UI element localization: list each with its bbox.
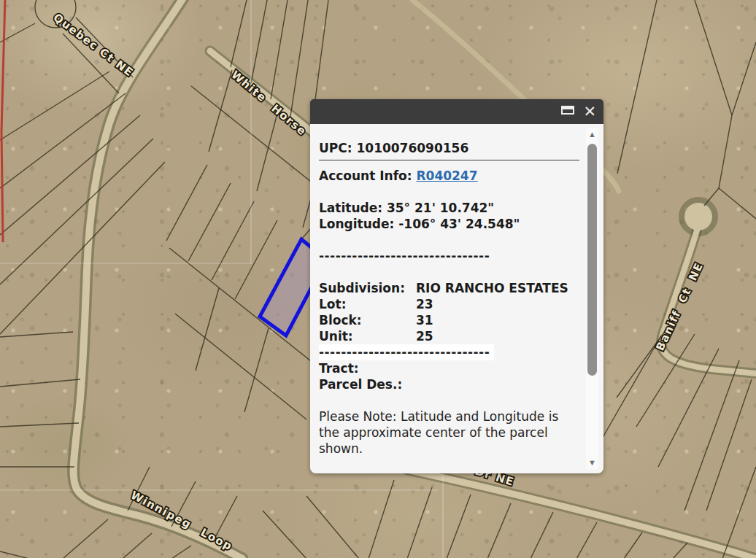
subdivision-label: Subdivision: [319, 280, 416, 296]
account-line: Account Info: R040247 [319, 168, 579, 184]
scroll-up-icon[interactable]: ▲ [586, 129, 598, 139]
lot-label: Lot: [319, 296, 416, 312]
scroll-down-icon[interactable]: ▼ [586, 457, 598, 468]
tract-label: Tract: [319, 360, 579, 376]
unit-label: Unit: [319, 328, 416, 344]
gis-parcel-viewer: Quebec Ct NE White Horse Baniff Ct NE Wi… [0, 0, 756, 558]
popup-scrollbar[interactable]: ▲ ▼ [586, 128, 598, 469]
parcel-info-popup: ✕ UPC: 1010076090156 Account Info: R0402… [310, 99, 603, 473]
longitude-line: Longitude: -106° 43' 24.548" [319, 216, 579, 232]
account-label: Account Info: [319, 168, 412, 183]
account-link[interactable]: R040247 [416, 168, 477, 183]
divider-rule [319, 160, 579, 160]
subdivision-value: RIO RANCHO ESTATES [416, 281, 568, 295]
upc-label: UPC: [319, 141, 352, 155]
parcel-des-label: Parcel Des.: [319, 376, 579, 392]
boundary-line-red [1, 0, 5, 242]
subdivision-row: Subdivision:RIO RANCHO ESTATES [319, 280, 579, 296]
separator-dashes: ------------------------------- [319, 248, 579, 264]
lot-row: Lot:23 [319, 296, 579, 312]
block-row: Block:31 [319, 312, 579, 328]
street-label-quebec: Quebec Ct NE [51, 11, 136, 80]
note-text: Please Note: Latitude and Longitude is t… [319, 408, 579, 457]
lot-value: 23 [416, 297, 433, 311]
block-value: 31 [416, 313, 433, 328]
unit-row: Unit:25 [319, 328, 579, 344]
close-icon[interactable]: ✕ [583, 101, 596, 122]
popup-body: UPC: 1010076090156 Account Info: R040247… [310, 124, 603, 473]
maximize-icon[interactable] [561, 106, 574, 115]
block-label: Block: [319, 312, 416, 328]
separator-dashes-highlighted: ------------------------------- [319, 344, 579, 360]
upc-value: 1010076090156 [356, 141, 468, 155]
unit-value: 25 [416, 329, 433, 344]
scrollbar-thumb[interactable] [587, 144, 597, 376]
latitude-line: Latitude: 35° 21' 10.742" [319, 200, 579, 216]
street-label-white-horse: White Horse [228, 68, 309, 139]
popup-titlebar[interactable]: ✕ [310, 99, 603, 124]
upc-line: UPC: 1010076090156 [319, 140, 579, 156]
